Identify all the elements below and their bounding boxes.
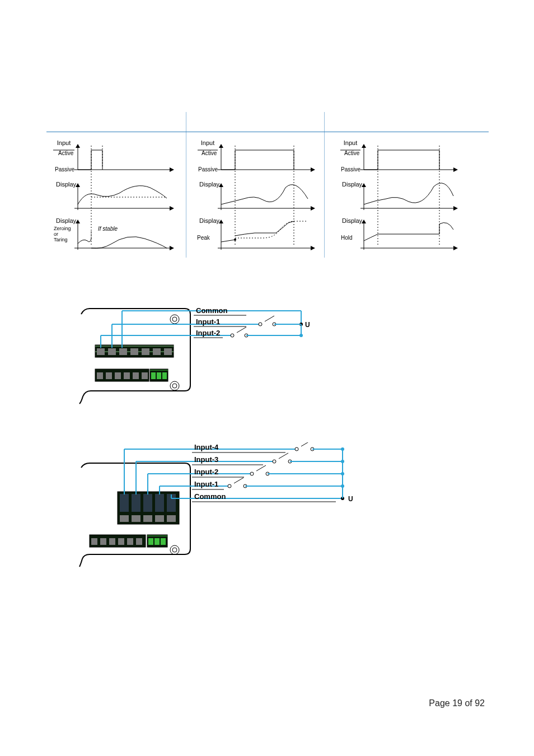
svg-marker-27: [311, 167, 315, 172]
svg-rect-131: [148, 538, 153, 545]
label-active: Active: [202, 150, 217, 156]
svg-rect-117: [120, 515, 129, 522]
svg-rect-118: [132, 515, 140, 522]
label-common: Common: [196, 306, 227, 315]
svg-marker-45: [362, 144, 366, 148]
svg-line-95: [265, 316, 274, 321]
label-commonb: Common: [194, 492, 226, 501]
label-passive: Passive: [198, 166, 218, 172]
svg-rect-119: [143, 515, 152, 522]
svg-rect-76: [95, 369, 149, 381]
svg-point-162: [341, 447, 344, 451]
svg-marker-13: [76, 183, 80, 187]
svg-rect-125: [109, 538, 115, 545]
label-or: or: [54, 231, 58, 237]
svg-point-62: [170, 315, 179, 324]
svg-rect-123: [91, 538, 97, 545]
label-display4: Display: [199, 217, 220, 224]
svg-rect-82: [142, 372, 148, 379]
svg-rect-81: [133, 372, 139, 379]
label-display5: Display: [342, 181, 363, 188]
label-display6: Display: [342, 217, 363, 224]
svg-rect-80: [124, 372, 130, 379]
svg-rect-132: [154, 538, 160, 545]
svg-point-148: [250, 472, 254, 475]
svg-point-164: [341, 472, 344, 475]
svg-point-105: [299, 334, 303, 337]
svg-rect-78: [106, 372, 112, 379]
wiring-diagram-1: U Common Input-1 Input-2: [78, 306, 313, 409]
svg-marker-5: [170, 167, 174, 172]
label-in2: Input-2: [196, 329, 220, 337]
svg-rect-124: [100, 538, 106, 545]
label-ifstable: If stable: [98, 226, 118, 232]
svg-rect-126: [118, 538, 124, 545]
svg-line-137: [301, 442, 311, 446]
wiring-diagram-2: U Input-4 Input-3 Input-2 Input-1 Common: [78, 442, 364, 568]
label-taring: Taring: [54, 237, 68, 242]
svg-rect-69: [97, 348, 105, 355]
svg-rect-85: [151, 372, 156, 379]
label-input: Input: [201, 139, 214, 146]
label-active: Active: [58, 150, 74, 156]
svg-marker-59: [362, 220, 366, 223]
label-in3: Input-3: [194, 455, 218, 464]
svg-point-136: [295, 447, 298, 451]
svg-line-143: [279, 453, 288, 459]
svg-rect-77: [97, 372, 103, 379]
page: Input Active Passive Display Display If …: [0, 0, 534, 756]
svg-rect-75: [164, 348, 172, 355]
svg-marker-39: [219, 220, 223, 223]
svg-marker-37: [311, 206, 315, 211]
svg-point-64: [170, 381, 179, 390]
label-passive: Passive: [55, 166, 74, 172]
label-active: Active: [344, 150, 360, 156]
svg-rect-114: [143, 494, 152, 512]
svg-marker-35: [219, 183, 223, 187]
svg-rect-70: [108, 348, 116, 355]
label-hold: Hold: [341, 235, 353, 241]
svg-marker-55: [362, 183, 366, 187]
svg-point-65: [172, 384, 177, 388]
svg-rect-133: [161, 538, 166, 545]
label-in2b: Input-2: [194, 468, 218, 476]
svg-marker-25: [219, 144, 223, 148]
label-input: Input: [57, 139, 71, 146]
graph-panel-peak: Input Active Passive Display Display Pea…: [188, 112, 325, 258]
svg-marker-20: [170, 246, 174, 250]
svg-point-100: [231, 334, 234, 337]
label-u2: U: [348, 495, 353, 503]
svg-point-110: [172, 548, 177, 552]
page-number: Page 19 of 92: [429, 698, 485, 708]
svg-rect-113: [132, 494, 140, 512]
label-u: U: [305, 321, 310, 329]
graph-panel-hold: Input Active Passive Display Display Hol…: [330, 112, 470, 258]
label-display1: Display: [56, 181, 77, 188]
svg-point-165: [341, 484, 344, 488]
svg-rect-127: [127, 538, 133, 545]
svg-rect-120: [155, 515, 164, 522]
svg-point-63: [172, 317, 177, 321]
label-input: Input: [344, 139, 357, 146]
svg-rect-128: [136, 538, 142, 545]
label-display2: Display: [56, 217, 77, 224]
label-in4: Input-4: [194, 443, 219, 451]
svg-rect-74: [153, 348, 161, 355]
label-display3: Display: [199, 181, 220, 188]
svg-point-94: [259, 323, 262, 326]
graph-panel-zeroing: Input Active Passive Display Display If …: [46, 112, 186, 258]
svg-marker-3: [76, 144, 80, 148]
label-in1: Input-1: [196, 318, 220, 326]
svg-rect-115: [155, 494, 164, 512]
svg-rect-112: [120, 494, 129, 512]
svg-rect-71: [119, 348, 127, 355]
svg-marker-41: [311, 246, 315, 250]
svg-marker-61: [453, 246, 458, 250]
svg-line-155: [234, 478, 243, 483]
svg-rect-79: [115, 372, 121, 379]
svg-rect-86: [157, 372, 161, 379]
svg-marker-15: [170, 206, 174, 211]
svg-rect-121: [167, 515, 176, 522]
svg-marker-47: [453, 167, 458, 172]
label-peak: Peak: [197, 235, 210, 241]
